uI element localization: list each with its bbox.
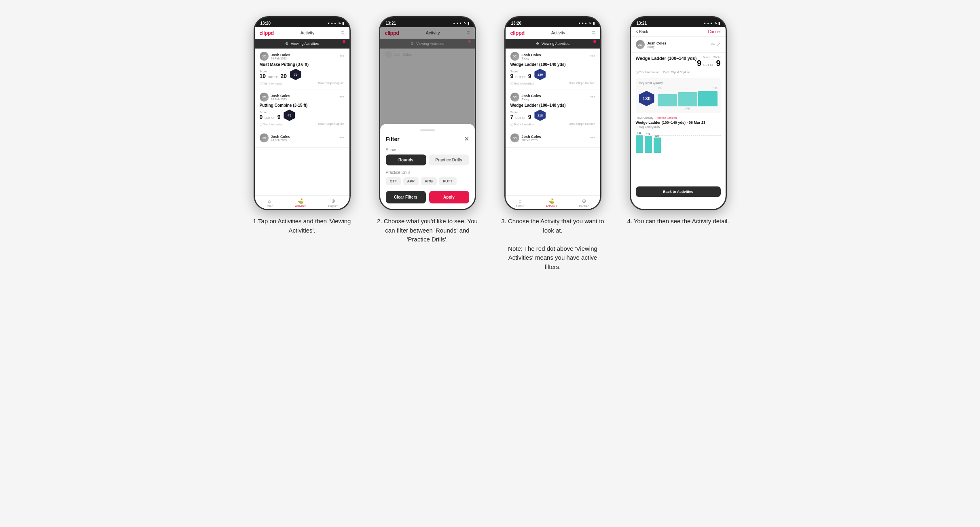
nav-capture-label-3: Capture <box>579 205 589 207</box>
apply-btn-2[interactable]: Apply <box>429 191 469 203</box>
nav-activities-label-1: Activities <box>295 205 307 207</box>
menu-icon-1[interactable]: ≡ <box>341 30 344 36</box>
filter-title-2: Filter <box>386 136 400 142</box>
sheet-actions-2: Clear Filters Apply <box>386 191 469 203</box>
practice-drills-btn-2[interactable]: Practice Drills <box>429 155 469 165</box>
phone-4: 13:21 ▲▲▲ ∿ ▮ < Back Cancel JC <box>630 16 727 210</box>
drill-title-4: Wedge Ladder (100–140 yds) <box>636 56 697 61</box>
nav-home-label-3: Home <box>516 205 524 207</box>
user-name-1c: Josh Coles <box>271 135 290 139</box>
user-date-4: Today <box>647 45 667 48</box>
close-btn-2[interactable]: ✕ <box>464 135 469 143</box>
user-info-3c: Josh Coles 28 Feb 2023 <box>522 135 541 142</box>
nav-activities-1[interactable]: ⛳ Activities <box>295 198 307 207</box>
session-subtitle-4: ↔ Avg Shot Quality <box>636 125 721 128</box>
edit-icon-4[interactable]: ✏ <box>711 42 715 47</box>
activity-card-3b[interactable]: JC Josh Coles Today ••• Wedge Ladder (10… <box>506 89 600 130</box>
user-date-3a: Today <box>522 57 541 60</box>
user-info-1a: Josh Coles 28 Feb 2023 <box>271 53 290 60</box>
app-header-3: clippd Activity ≡ <box>506 27 600 39</box>
stats-row-1a: Score 10 OUT OF 20 75 <box>260 69 345 80</box>
practice-session-link-4[interactable]: Practice Session <box>656 116 677 119</box>
logo-3: clippd <box>510 30 525 36</box>
phone-section-2: 13:21 ▲▲▲ ∿ ▮ clippd Activity ≡ ⚙ Viewin… <box>371 16 484 244</box>
avatar-3c: JC <box>510 133 519 142</box>
chip-ott-2[interactable]: OTT <box>386 177 401 185</box>
user-name-3a: Josh Coles <box>522 53 541 57</box>
time-4: 13:21 <box>637 21 647 25</box>
activity-title-3a: Wedge Ladder (100–140 yds) <box>510 62 595 67</box>
nav-activities-3[interactable]: ⛳ Activities <box>546 198 557 207</box>
screen-4: < Back Cancel JC Josh Coles Today ✏ ⤢ <box>631 27 726 209</box>
mini-bar-1 <box>658 94 677 106</box>
chip-app-2[interactable]: APP <box>403 177 419 185</box>
viewing-label-1: Viewing Activities <box>291 42 319 46</box>
nav-activities-label-3: Activities <box>546 205 557 207</box>
nav-home-1[interactable]: ⌂ Home <box>266 198 273 207</box>
detail-user-left-4: JC Josh Coles Today <box>636 40 667 49</box>
back-btn-4[interactable]: < Back <box>636 30 648 34</box>
chip-arg-2[interactable]: ARG <box>421 177 437 185</box>
user-name-1a: Josh Coles <box>271 53 290 57</box>
more-dots-1b[interactable]: ••• <box>339 94 345 100</box>
filter-toggle-row-2: Rounds Practice Drills <box>386 155 469 165</box>
nav-capture-3[interactable]: ⊕ Capture <box>579 198 589 207</box>
activity-card-3a[interactable]: JC Josh Coles Today ••• Wedge Ladder (10… <box>506 49 600 89</box>
avatar-4: JC <box>636 40 645 49</box>
stats-row-3a: Score 9 OUT OF 9 130 <box>510 69 595 80</box>
wifi-2: ∿ <box>464 21 466 25</box>
wifi-4: ∿ <box>714 21 717 25</box>
detail-info-row-4: ⓘ Test Information Data: Clippd Capture <box>636 70 721 74</box>
activity-card-3c[interactable]: JC Josh Coles 28 Feb 2023 ••• <box>506 130 600 148</box>
sq-hex-3b: 118 <box>534 110 546 121</box>
menu-icon-3[interactable]: ≡ <box>592 30 595 36</box>
phone-1: 13:20 ▲▲▲ ∿ ▮ clippd Activity ≡ ⚙ Viewin… <box>254 16 351 210</box>
user-date-3b: Today <box>522 98 541 101</box>
battery-4: ▮ <box>718 21 720 25</box>
more-dots-1a[interactable]: ••• <box>339 53 345 59</box>
bar-item-2: 129 <box>645 133 652 153</box>
nav-home-3[interactable]: ⌂ Home <box>516 198 524 207</box>
bar-chart-bars-4: 132 129 124 <box>636 131 721 153</box>
home-icon-1: ⌂ <box>268 198 271 204</box>
more-dots-1c[interactable]: ••• <box>339 135 345 141</box>
cancel-btn-4[interactable]: Cancel <box>708 30 720 34</box>
activity-card-3[interactable]: JC Josh Coles 28 Feb 2023 ••• <box>255 130 349 148</box>
user-date-1b: 28 Feb 2023 <box>271 98 290 101</box>
bar-item-1: 132 <box>636 132 643 153</box>
avatar-3a: JC <box>510 52 519 61</box>
header-title-3: Activity <box>551 30 565 35</box>
activities-icon-3: ⛳ <box>548 198 555 204</box>
sq-hex-1a: 75 <box>290 69 301 80</box>
avg-shot-section-4: Avg Shot Quality 130 100 130 <box>636 78 721 113</box>
nav-capture-1[interactable]: ⊕ Capture <box>328 198 338 207</box>
activity-card-2[interactable]: JC Josh Coles 28 Feb 2023 ••• Putting Co… <box>255 89 349 130</box>
sq-hex-1b: 45 <box>284 110 295 121</box>
viewing-activities-bar-1[interactable]: ⚙ Viewing Activities <box>255 39 349 49</box>
user-row-1c: JC Josh Coles 28 Feb 2023 <box>260 133 290 142</box>
chip-putt-2[interactable]: PUTT <box>439 177 457 185</box>
user-name-1b: Josh Coles <box>271 94 290 98</box>
rounds-btn-2[interactable]: Rounds <box>386 155 426 165</box>
expand-icon-4[interactable]: ⤢ <box>717 42 721 47</box>
user-date-3c: 28 Feb 2023 <box>522 139 541 142</box>
clear-filters-btn-2[interactable]: Clear Filters <box>386 191 426 203</box>
phone-notch-2 <box>411 17 444 26</box>
viewing-activities-bar-3[interactable]: ⚙ Viewing Activities <box>506 39 600 49</box>
activity-title-1b: Putting Combine (3-15 ft) <box>260 103 345 108</box>
status-icons-2: ▲▲▲ ∿ ▮ <box>453 21 469 25</box>
bar-item-3: 124 <box>654 135 661 153</box>
user-row-1a: JC Josh Coles 28 Feb 2023 <box>260 52 290 61</box>
more-dots-3b[interactable]: ••• <box>590 94 595 100</box>
back-to-activities-btn-4[interactable]: Back to Activities <box>636 186 721 197</box>
more-dots-3a[interactable]: ••• <box>590 53 595 59</box>
filter-chips-row-2: OTT APP ARG PUTT <box>386 177 469 185</box>
phone-section-3: 13:20 ▲▲▲ ∿ ▮ clippd Activity ≡ ⚙ Viewin… <box>496 16 610 271</box>
dashed-line-4 <box>636 135 721 136</box>
screen-1: clippd Activity ≡ ⚙ Viewing Activities J… <box>255 27 349 209</box>
more-dots-3c[interactable]: ••• <box>590 135 595 141</box>
red-dot-3 <box>593 40 596 43</box>
bar-rect-3 <box>654 138 661 153</box>
sq-hex-large-4: 130 <box>639 91 654 106</box>
activity-card-1[interactable]: JC Josh Coles 28 Feb 2023 ••• Must Make … <box>255 49 349 89</box>
